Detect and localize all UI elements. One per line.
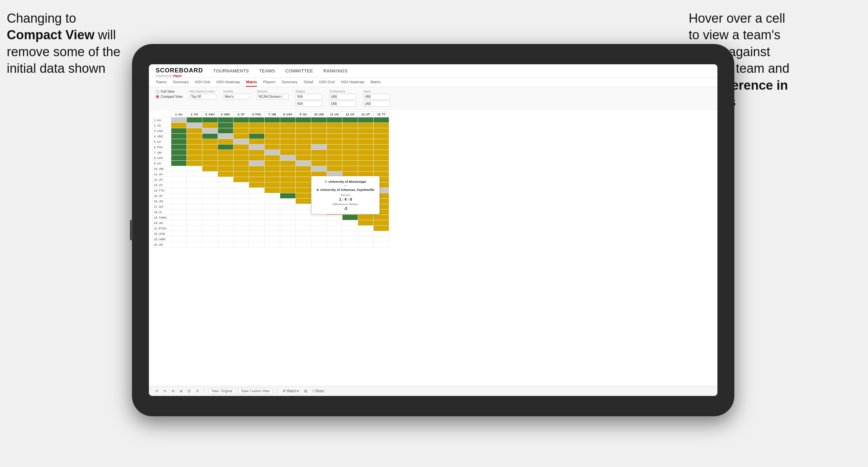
matrix-cell[interactable] (218, 226, 233, 231)
matrix-cell[interactable] (218, 188, 233, 193)
matrix-cell[interactable] (327, 155, 342, 161)
matrix-cell[interactable] (311, 237, 327, 242)
matrix-cell[interactable] (186, 166, 202, 172)
matrix-cell[interactable] (249, 144, 264, 150)
matrix-cell[interactable] (171, 209, 186, 215)
matrix-cell[interactable] (264, 237, 280, 242)
matrix-cell[interactable] (358, 123, 373, 128)
sub-nav-h2h-grid2[interactable]: H2H Grid (319, 80, 335, 87)
matrix-cell[interactable] (295, 242, 311, 247)
matrix-cell[interactable] (186, 215, 202, 220)
matrix-cell[interactable] (373, 123, 389, 128)
matrix-cell[interactable] (342, 231, 358, 237)
matrix-cell[interactable] (233, 220, 249, 226)
matrix-cell[interactable] (373, 215, 389, 220)
watch-button[interactable]: 👁 Watch ▾ (281, 388, 301, 394)
matrix-cell[interactable] (249, 128, 264, 134)
matrix-cell[interactable] (218, 199, 233, 204)
matrix-cell[interactable] (218, 220, 233, 226)
matrix-cell[interactable] (186, 123, 202, 128)
matrix-cell[interactable] (202, 177, 218, 182)
matrix-cell[interactable] (342, 215, 358, 220)
matrix-cell[interactable] (202, 237, 218, 242)
matrix-cell[interactable] (202, 182, 218, 188)
filter-conference-select[interactable]: (All) (329, 94, 356, 99)
filter-max-teams-select[interactable]: Top 50 (189, 94, 216, 99)
matrix-cell[interactable] (295, 226, 311, 231)
matrix-cell[interactable] (342, 237, 358, 242)
matrix-cell[interactable] (280, 215, 295, 220)
matrix-cell[interactable] (342, 150, 358, 155)
matrix-cell[interactable] (249, 117, 264, 123)
matrix-cell[interactable] (311, 161, 327, 166)
matrix-cell[interactable] (373, 144, 389, 150)
matrix-cell[interactable] (233, 123, 249, 128)
matrix-cell[interactable] (295, 188, 311, 193)
matrix-cell[interactable] (295, 144, 311, 150)
matrix-cell[interactable] (311, 166, 327, 172)
matrix-cell[interactable] (202, 242, 218, 247)
matrix-cell[interactable] (264, 209, 280, 215)
matrix-cell[interactable] (233, 139, 249, 144)
matrix-cell[interactable] (233, 237, 249, 242)
matrix-cell[interactable] (358, 226, 373, 231)
matrix-cell[interactable] (218, 123, 233, 128)
matrix-cell[interactable] (249, 172, 264, 177)
matrix-cell[interactable] (186, 144, 202, 150)
matrix-cell[interactable] (249, 220, 264, 226)
filter-team-select[interactable]: (All) (363, 94, 390, 99)
matrix-cell[interactable] (311, 215, 327, 220)
matrix-cell[interactable] (233, 215, 249, 220)
matrix-cell[interactable] (202, 134, 218, 139)
matrix-cell[interactable] (202, 199, 218, 204)
matrix-cell[interactable] (264, 172, 280, 177)
sub-nav-detail[interactable]: Detail (304, 80, 313, 87)
matrix-cell[interactable] (373, 155, 389, 161)
sub-nav-matrix2[interactable]: Matrix (371, 80, 381, 87)
matrix-cell[interactable] (202, 161, 218, 166)
matrix-cell[interactable] (295, 155, 311, 161)
matrix-cell[interactable] (264, 182, 280, 188)
matrix-cell[interactable] (233, 193, 249, 199)
matrix-cell[interactable] (373, 117, 389, 123)
matrix-cell[interactable] (327, 161, 342, 166)
matrix-cell[interactable] (295, 237, 311, 242)
matrix-cell[interactable] (342, 128, 358, 134)
matrix-cell[interactable] (171, 155, 186, 161)
matrix-cell[interactable] (233, 209, 249, 215)
matrix-cell[interactable] (327, 215, 342, 220)
matrix-cell[interactable] (327, 150, 342, 155)
matrix-cell[interactable] (202, 166, 218, 172)
matrix-cell[interactable] (311, 139, 327, 144)
matrix-cell[interactable] (358, 231, 373, 237)
matrix-cell[interactable] (202, 144, 218, 150)
matrix-cell[interactable] (233, 128, 249, 134)
matrix-cell[interactable] (264, 220, 280, 226)
matrix-cell[interactable] (249, 161, 264, 166)
matrix-cell[interactable] (202, 123, 218, 128)
matrix-cell[interactable] (358, 242, 373, 247)
matrix-cell[interactable] (295, 182, 311, 188)
matrix-cell[interactable] (218, 177, 233, 182)
matrix-cell[interactable] (218, 204, 233, 209)
matrix-cell[interactable] (186, 242, 202, 247)
matrix-cell[interactable] (295, 161, 311, 166)
matrix-cell[interactable] (280, 117, 295, 123)
matrix-cell[interactable] (202, 117, 218, 123)
matrix-cell[interactable] (295, 231, 311, 237)
matrix-cell[interactable] (249, 139, 264, 144)
matrix-cell[interactable] (218, 193, 233, 199)
matrix-cell[interactable] (249, 199, 264, 204)
matrix-cell[interactable] (233, 199, 249, 204)
matrix-cell[interactable] (202, 231, 218, 237)
matrix-cell[interactable] (358, 155, 373, 161)
matrix-cell[interactable] (233, 188, 249, 193)
matrix-cell[interactable] (202, 226, 218, 231)
matrix-cell[interactable] (373, 226, 389, 231)
nav-teams[interactable]: TEAMS (259, 68, 275, 76)
matrix-cell[interactable] (280, 166, 295, 172)
matrix-cell[interactable] (202, 150, 218, 155)
matrix-cell[interactable] (233, 231, 249, 237)
matrix-cell[interactable] (218, 155, 233, 161)
matrix-cell[interactable] (264, 155, 280, 161)
